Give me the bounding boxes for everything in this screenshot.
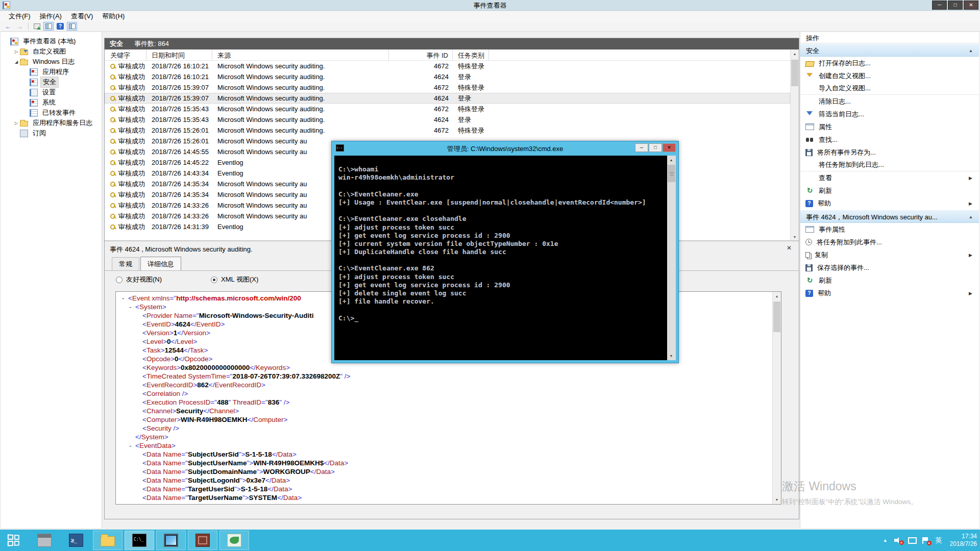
column-header[interactable]: 日期和时间 <box>146 49 212 60</box>
cmd-close-button[interactable]: ✕ <box>663 143 676 152</box>
network-icon[interactable] <box>908 537 916 543</box>
scroll-up-icon[interactable]: ▲ <box>773 292 781 300</box>
export-icon[interactable] <box>32 22 42 31</box>
action-item[interactable]: ↻刷新 <box>800 184 979 197</box>
action-item[interactable]: 清除日志... <box>800 95 979 108</box>
action-item[interactable]: 将任务附加到此事件... <box>800 236 979 248</box>
action-item[interactable]: 属性 <box>800 120 979 133</box>
column-header[interactable]: 任务类别 <box>453 49 489 60</box>
action-item[interactable]: ?帮助▶ <box>800 287 979 299</box>
no-icon <box>805 84 814 92</box>
tab-inactive[interactable]: 常规 <box>112 257 139 271</box>
action-item[interactable]: 保存选择的事件... <box>800 261 979 274</box>
tree-item[interactable]: 事件查看器 (本地) <box>1 36 102 46</box>
expander-icon[interactable]: ▷ <box>13 121 20 126</box>
taskbar-app-server-manager-icon[interactable] <box>30 531 59 550</box>
taskbar-app-display-app-icon[interactable] <box>156 531 186 550</box>
maximize-button[interactable]: □ <box>948 1 963 10</box>
column-header[interactable]: 事件 ID <box>389 49 453 60</box>
event-row[interactable]: 审核成功2018/7/26 15:39:07Microsoft Windows … <box>105 93 790 104</box>
cmd-maximize-button[interactable]: □ <box>649 143 662 152</box>
tree-item[interactable]: 应用程序 <box>1 67 102 77</box>
action-item[interactable]: 打开保存的日志... <box>800 57 979 69</box>
show-hidden-icons-icon[interactable]: ▲ <box>883 538 888 543</box>
scroll-up-icon[interactable]: ▲ <box>667 156 675 164</box>
cmd-titlebar[interactable]: C:\ 管理员: C:\Windows\system32\cmd.exe ─□✕ <box>332 141 678 156</box>
scroll-up-icon[interactable]: ▲ <box>791 49 799 58</box>
cmd-minimize-button[interactable]: ─ <box>635 143 648 152</box>
action-item[interactable]: 筛选当前日志... <box>800 108 979 120</box>
action-section-header[interactable]: 事件 4624，Microsoft Windows security au...… <box>800 210 979 223</box>
tree-item[interactable]: 安全 <box>1 77 102 87</box>
scroll-thumb[interactable] <box>668 165 675 182</box>
action-section-header[interactable]: 安全▲ <box>800 43 979 57</box>
event-row[interactable]: 审核成功2018/7/26 15:26:01Microsoft Windows … <box>105 125 790 136</box>
console-scrollbar[interactable]: ▲ ▼ <box>667 156 676 360</box>
view-radio[interactable]: XML 视图(X) <box>211 275 258 284</box>
collapse-section-icon[interactable]: ▲ <box>969 48 973 53</box>
action-item[interactable]: 创建自定义视图... <box>800 69 979 82</box>
help-icon[interactable]: ? <box>55 22 65 31</box>
taskbar-app-red-app-icon[interactable] <box>188 531 217 550</box>
menu-item[interactable]: 操作(A) <box>35 11 66 22</box>
taskbar-app-file-explorer-icon[interactable] <box>93 531 122 550</box>
collapse-node-icon[interactable]: - <box>129 441 135 450</box>
event-row[interactable]: 审核成功2018/7/26 15:39:07Microsoft Windows … <box>105 82 790 93</box>
taskbar-app-green-app-icon[interactable] <box>219 531 249 550</box>
detail-close-icon[interactable]: ✕ <box>787 244 792 252</box>
event-row[interactable]: 审核成功2018/7/26 16:10:21Microsoft Windows … <box>105 71 790 82</box>
event-row[interactable]: 审核成功2018/7/26 16:10:21Microsoft Windows … <box>105 61 790 71</box>
start-button[interactable] <box>5 533 22 547</box>
minimize-button[interactable]: ─ <box>932 1 947 10</box>
column-header[interactable]: 关键字 <box>105 49 146 60</box>
menu-item[interactable]: 查看(V) <box>66 11 97 22</box>
column-header[interactable]: 来源 <box>212 49 389 60</box>
menu-item[interactable]: 文件(F) <box>4 11 35 22</box>
tree-item[interactable]: 订阅 <box>1 128 102 138</box>
scroll-thumb[interactable] <box>791 60 798 86</box>
tree-item[interactable]: 设置 <box>1 87 102 97</box>
menu-item[interactable]: 帮助(H) <box>97 11 129 22</box>
action-item[interactable]: 事件属性 <box>800 223 979 236</box>
expander-icon[interactable]: ◢ <box>13 60 20 64</box>
action-center-flag-icon[interactable]: × <box>922 537 929 544</box>
tree-item[interactable]: ▷应用程序和服务日志 <box>1 118 102 128</box>
taskbar-app-cmd-icon[interactable]: C:\_ <box>125 531 154 550</box>
action-item[interactable]: 复制▶ <box>800 248 979 261</box>
back-icon[interactable]: ← <box>3 22 13 31</box>
cmd-window[interactable]: C:\ 管理员: C:\Windows\system32\cmd.exe ─□✕… <box>331 141 679 363</box>
action-item[interactable]: ↻刷新 <box>800 274 979 287</box>
xml-scrollbar[interactable]: ▲ ▼ <box>772 292 781 504</box>
action-item[interactable]: 将任务附加到此日志... <box>800 159 979 171</box>
view-radio[interactable]: 友好视图(N) <box>116 275 162 284</box>
close-button[interactable]: ✕ <box>964 1 978 10</box>
collapse-node-icon[interactable]: - <box>129 303 135 311</box>
tree-item[interactable]: ▷自定义视图 <box>1 46 102 57</box>
volume-muted-icon[interactable]: × <box>894 537 901 543</box>
list-scrollbar[interactable]: ▲ ▼ <box>790 49 799 241</box>
event-row[interactable]: 审核成功2018/7/26 15:35:43Microsoft Windows … <box>105 114 790 125</box>
scroll-thumb[interactable] <box>773 302 780 332</box>
expander-icon[interactable]: ▷ <box>13 49 20 54</box>
collapse-node-icon[interactable]: - <box>122 294 128 303</box>
action-item[interactable]: 将所有事件另存为... <box>800 146 979 159</box>
scroll-down-icon[interactable]: ▼ <box>667 352 675 360</box>
tree-item[interactable]: 系统 <box>1 97 102 108</box>
tab-active[interactable]: 详细信息 <box>140 257 181 270</box>
event-row[interactable]: 审核成功2018/7/26 15:35:43Microsoft Windows … <box>105 104 790 114</box>
action-item[interactable]: 导入自定义视图... <box>800 82 979 95</box>
tree-item[interactable]: ◢Windows 日志 <box>1 57 102 67</box>
action-item[interactable]: ?帮助▶ <box>800 197 979 210</box>
scroll-down-icon[interactable]: ▼ <box>773 495 781 504</box>
show-action-pane-icon[interactable] <box>67 22 77 31</box>
tree-item[interactable]: 已转发事件 <box>1 108 102 118</box>
console[interactable]: C:\>whoamiwin-r49h98oemkh\administratorC… <box>334 156 676 360</box>
ime-indicator[interactable]: 英 <box>936 536 942 545</box>
action-item[interactable]: 查找... <box>800 133 979 146</box>
taskbar-app-powershell-icon[interactable]: ≥_ <box>61 531 91 550</box>
forward-icon[interactable]: → <box>15 22 25 31</box>
taskbar-clock[interactable]: 17:34 2018/7/26 <box>950 533 977 548</box>
collapse-section-icon[interactable]: ▲ <box>969 215 973 219</box>
action-item[interactable]: 查看▶ <box>800 171 979 184</box>
show-console-tree-icon[interactable] <box>43 22 54 31</box>
